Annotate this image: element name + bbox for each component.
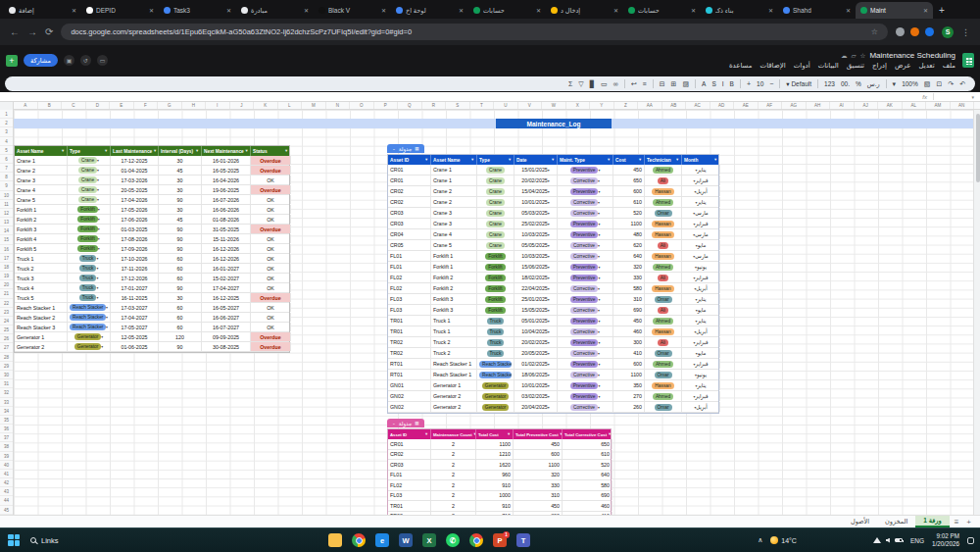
insert-link-icon[interactable]: ∞ <box>613 80 618 87</box>
browser-tab[interactable]: حسابات ✕ <box>623 2 701 19</box>
table-row[interactable]: Reach Stacker 3 Reach Stacker▾ 17-05-202… <box>15 323 289 332</box>
currency-format-icon[interactable]: ر.س <box>867 80 880 88</box>
toolbar-item[interactable] <box>653 79 654 88</box>
taskbar-search[interactable]: Links <box>30 536 59 545</box>
browser-tab[interactable]: Shahd ✕ <box>778 2 856 19</box>
table-row[interactable]: Forklift 5 Forklift▾ 17-09-2026 90 16-12… <box>15 244 289 254</box>
row-header[interactable]: 14 <box>0 226 13 235</box>
column-header[interactable]: AN <box>951 102 975 109</box>
column-header[interactable]: T <box>470 102 495 109</box>
menu-item[interactable]: تعديل <box>918 62 934 70</box>
row-header[interactable]: 18 <box>0 263 13 272</box>
column-header[interactable]: C <box>62 102 86 109</box>
functions-icon[interactable]: Σ <box>568 80 572 87</box>
col-type[interactable]: Type▼ <box>68 146 111 156</box>
taskbar-app-icon[interactable]: e <box>375 533 389 547</box>
borders-icon[interactable]: ⊞ <box>671 80 677 88</box>
column-header[interactable]: AI <box>830 102 855 109</box>
row-header[interactable]: 3 <box>0 127 13 136</box>
column-header[interactable]: E <box>110 102 134 109</box>
insert-chart-icon[interactable]: ▊ <box>590 80 595 88</box>
move-folder-icon[interactable]: ▱ <box>852 52 857 60</box>
row-header[interactable]: 28 <box>0 353 13 362</box>
table-row[interactable]: CR02 Crane 2 Crane 10/01/2025▾ Correctiv… <box>388 197 718 208</box>
undo-icon[interactable]: ↶ <box>959 80 965 88</box>
row-header[interactable]: 1 <box>0 110 13 119</box>
table-row[interactable]: TR02 2 710 300 410 <box>388 512 611 516</box>
browser-tab[interactable]: حسابات ✕ <box>468 2 546 19</box>
tab-close-icon[interactable]: ✕ <box>304 7 309 14</box>
row-header[interactable]: 6 <box>0 155 13 164</box>
menu-item[interactable]: إدراج <box>872 62 887 70</box>
column-header[interactable]: G <box>158 102 182 109</box>
extension-icon[interactable] <box>925 27 934 36</box>
row-header[interactable]: 34 <box>0 407 13 416</box>
tab-close-icon[interactable]: ✕ <box>72 7 76 14</box>
browser-tab[interactable]: DEPID ✕ <box>81 2 159 19</box>
table-row[interactable]: RT01 Reach Stacker 1 Reach Stacker 01/02… <box>388 359 718 370</box>
merge-cells-icon[interactable]: ⊟ <box>660 80 665 88</box>
number-format-icon[interactable]: 123 <box>824 80 835 87</box>
row-header[interactable]: 21 <box>0 289 13 298</box>
column-header[interactable]: AK <box>878 102 903 109</box>
row-header[interactable]: 20 <box>0 280 13 289</box>
table-row[interactable]: CR01 Crane 1 Crane 15/01/2025▾ Preventiv… <box>388 165 718 176</box>
extension-icon[interactable] <box>896 27 905 36</box>
column-header[interactable]: Q <box>398 102 422 109</box>
zoom-select[interactable]: 100% <box>902 80 918 87</box>
table-row[interactable]: CR05 Crane 5 Crane 05/05/2025▾ Correctiv… <box>388 240 718 251</box>
col-asset-name[interactable]: Asset Name▼ <box>15 146 68 156</box>
add-sheet-icon[interactable]: + <box>963 518 974 527</box>
column-header[interactable]: AE <box>734 102 759 109</box>
row-header[interactable]: 40 <box>0 461 13 470</box>
browser-tab[interactable]: Black V ✕ <box>314 2 391 19</box>
table-row[interactable]: Crane 3 Crane▾ 17-03-2026 30 16-04-2026 … <box>15 176 289 185</box>
sheets-logo-icon[interactable] <box>962 53 974 68</box>
forward-icon[interactable]: → <box>27 26 37 37</box>
tab-close-icon[interactable]: ✕ <box>459 7 464 14</box>
row-header[interactable]: 10 <box>0 191 13 200</box>
taskbar-app-icon[interactable]: T <box>516 533 530 547</box>
menu-item[interactable]: الإضافات <box>760 62 786 70</box>
taskbar-app-icon[interactable]: ✆ <box>446 533 460 547</box>
sheets-new-icon[interactable]: + <box>6 55 18 67</box>
menu-item[interactable]: ملف <box>943 62 956 70</box>
table-row[interactable]: Crane 4 Crane▾ 20-05-2025 30 19-06-2025 … <box>15 185 289 195</box>
column-header[interactable]: M <box>302 102 326 109</box>
align-icon[interactable]: ≡ <box>643 80 647 87</box>
table-row[interactable]: FL03 Forklift 3 Forklift 25/01/2025▾ Pre… <box>388 294 718 305</box>
column-header[interactable]: R <box>422 102 447 109</box>
column-header[interactable]: Z <box>614 102 639 109</box>
menu-item[interactable]: مساعدة <box>729 62 753 70</box>
row-header[interactable]: 27 <box>0 343 13 352</box>
clock[interactable]: 9:02 PM 1/20/2026 <box>932 532 959 548</box>
new-tab-button[interactable]: + <box>939 5 945 16</box>
column-header[interactable]: AM <box>926 102 951 109</box>
share-button[interactable]: مشاركة <box>24 54 58 67</box>
col-maint-type[interactable]: Maint. Type▼ <box>558 155 613 165</box>
sheet-tab[interactable]: الأصول <box>843 516 877 527</box>
tab-close-icon[interactable]: ✕ <box>381 7 386 14</box>
table-row[interactable]: Generator 2 Generator▾ 01-06-2025 90 30-… <box>15 342 289 352</box>
col-total-cost[interactable]: Total Cost▼ <box>476 429 514 439</box>
taskbar-app-icon[interactable]: W <box>399 533 413 547</box>
row-header[interactable]: 32 <box>0 388 13 397</box>
table-row[interactable]: CR01 2 1100 450 650 <box>388 439 611 450</box>
table-row[interactable]: FL02 2 910 330 580 <box>388 480 611 491</box>
comment-history-icon[interactable]: ▭ <box>97 55 108 66</box>
print-icon[interactable]: ⊡ <box>936 80 942 88</box>
col-type[interactable]: Type▼ <box>477 155 514 165</box>
font-size-plus-icon[interactable]: + <box>747 80 751 87</box>
column-header[interactable]: O <box>350 102 374 109</box>
table-row[interactable]: Truck 1 Truck▾ 17-10-2026 60 16-12-2026 … <box>15 254 289 264</box>
row-header[interactable]: 44 <box>0 496 13 505</box>
table-name-chip[interactable]: ▦جدولة⌄ <box>387 419 424 427</box>
table-row[interactable]: Forklift 3 Forklift▾ 01-03-2025 90 31-05… <box>15 225 289 234</box>
col-asset-id[interactable]: Asset ID▼ <box>388 429 431 439</box>
table-row[interactable]: Crane 1 Crane▾ 17-12-2025 30 16-01-2026 … <box>15 156 289 166</box>
filter-icon[interactable]: ▽ <box>578 80 583 88</box>
row-header[interactable]: 22 <box>0 299 13 308</box>
table-row[interactable]: FL03 2 1000 310 690 <box>388 491 611 502</box>
comment-icon[interactable]: ▭ <box>601 80 608 88</box>
column-header[interactable]: H <box>182 102 207 109</box>
